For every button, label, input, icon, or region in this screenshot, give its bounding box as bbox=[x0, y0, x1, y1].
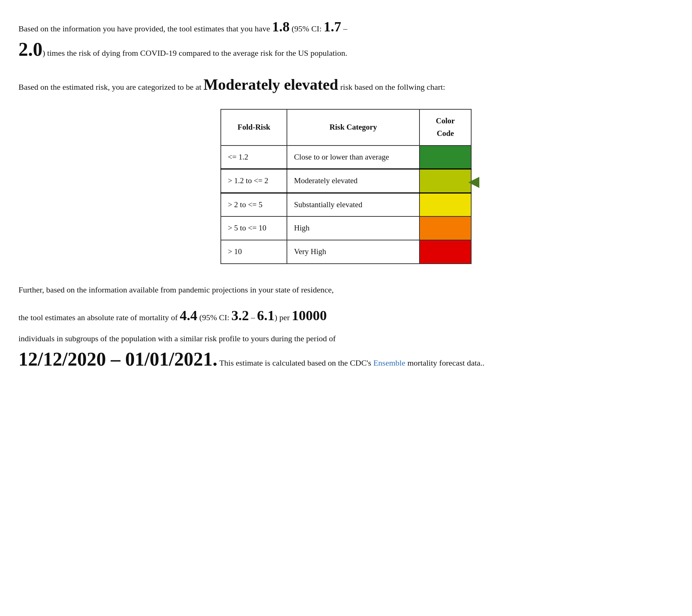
further-text3: ) per bbox=[275, 313, 292, 322]
table-row: > 10 Very High bbox=[221, 240, 471, 264]
per-value: 10000 bbox=[292, 308, 327, 323]
category-label: Moderately elevated bbox=[203, 76, 338, 93]
further-text2-line: the tool estimates an absolute rate of m… bbox=[18, 303, 674, 328]
color-swatch bbox=[419, 169, 471, 193]
color-swatch bbox=[419, 240, 471, 264]
further-text2: the tool estimates an absolute rate of m… bbox=[18, 313, 180, 322]
further-ci-high: 6.1 bbox=[257, 308, 275, 323]
further-text1: Further, based on the information availa… bbox=[18, 283, 674, 297]
risk-category-label: Very High bbox=[287, 240, 419, 264]
table-header-row: Fold-Risk Risk Category Color Code bbox=[221, 109, 471, 145]
risk-category-label: Close to or lower than average bbox=[287, 146, 419, 169]
table-row: > 5 to <= 10 High bbox=[221, 216, 471, 240]
category-text-after: risk based on the follwing chart: bbox=[338, 82, 445, 92]
chart-container: Fold-Risk Risk Category Color Code <= 1.… bbox=[18, 109, 674, 264]
further-text5: This estimate is calculated based on the… bbox=[217, 358, 373, 367]
risk-table: Fold-Risk Risk Category Color Code <= 1.… bbox=[220, 109, 472, 264]
ci-dash: – bbox=[341, 24, 347, 33]
category-text-before: Based on the estimated risk, you are cat… bbox=[18, 82, 203, 92]
further-section: Further, based on the information availa… bbox=[18, 283, 674, 370]
abs-value: 4.4 bbox=[180, 308, 198, 323]
intro-paragraph: Based on the information you have provid… bbox=[18, 15, 674, 60]
intro-text-after: ) times the risk of dying from COVID-19 … bbox=[42, 48, 347, 58]
fold-risk-value: > 5 to <= 10 bbox=[221, 216, 287, 240]
color-swatch bbox=[419, 216, 471, 240]
color-swatch bbox=[419, 146, 471, 169]
risk-value: 1.8 bbox=[272, 19, 290, 34]
col-color-code: Color Code bbox=[419, 109, 471, 145]
risk-category-label: Moderately elevated bbox=[287, 169, 419, 193]
col-risk-category: Risk Category bbox=[287, 109, 419, 145]
fold-risk-value: <= 1.2 bbox=[221, 146, 287, 169]
color-swatch bbox=[419, 193, 471, 216]
fold-risk-value: > 1.2 to <= 2 bbox=[221, 169, 287, 193]
arrow-indicator: ◀ bbox=[469, 170, 486, 193]
risk-category-label: Substantially elevated bbox=[287, 193, 419, 216]
date-range-line: 12/12/2020 – 01/01/2021. This estimate i… bbox=[18, 349, 674, 370]
fold-risk-value: > 10 bbox=[221, 240, 287, 264]
category-paragraph: Based on the estimated risk, you are cat… bbox=[18, 72, 674, 98]
fold-risk-value: > 2 to <= 5 bbox=[221, 193, 287, 216]
further-ci-dash: – bbox=[249, 313, 257, 322]
ensemble-link[interactable]: Ensemble bbox=[373, 358, 405, 367]
further-ci-low: 3.2 bbox=[232, 308, 249, 323]
table-row: > 2 to <= 5 Substantially elevated bbox=[221, 193, 471, 216]
further-text6: mortality forecast data.. bbox=[405, 358, 484, 367]
col-fold-risk: Fold-Risk bbox=[221, 109, 287, 145]
risk-category-label: High bbox=[287, 216, 419, 240]
date-range: 12/12/2020 – 01/01/2021. bbox=[18, 349, 217, 370]
table-row: <= 1.2 Close to or lower than average bbox=[221, 146, 471, 169]
further-ci: (95% CI: bbox=[199, 313, 232, 322]
ci-text: (95% CI: bbox=[292, 24, 324, 33]
ci-high: 2.0 bbox=[18, 39, 42, 60]
further-text4: individuals in subgroups of the populati… bbox=[18, 331, 674, 346]
intro-text-before: Based on the information you have provid… bbox=[18, 24, 272, 33]
table-row-highlighted: > 1.2 to <= 2 Moderately elevated bbox=[221, 169, 471, 193]
ci-low: 1.7 bbox=[324, 19, 342, 34]
